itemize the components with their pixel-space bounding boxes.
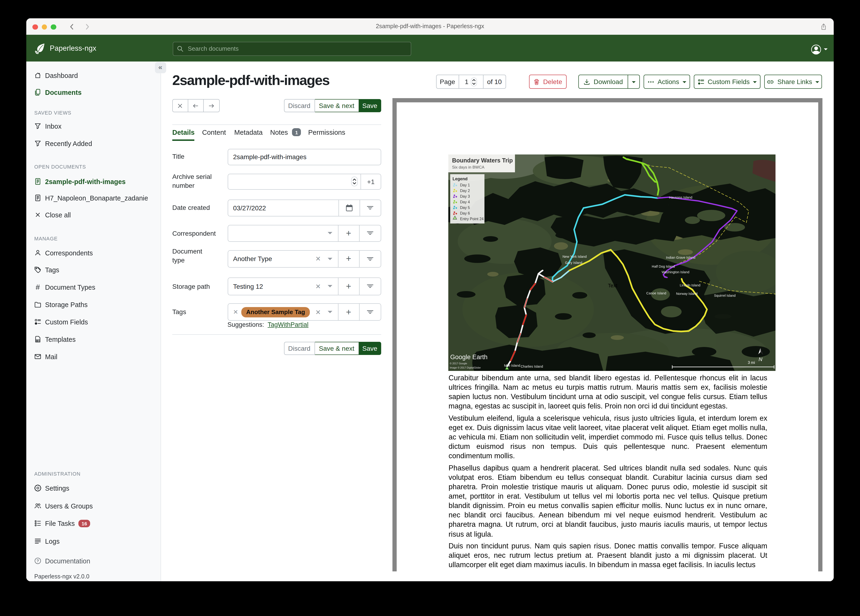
svg-text:Canoe Island: Canoe Island — [646, 291, 666, 295]
svg-text:Day 3: Day 3 — [460, 194, 470, 198]
svg-text:Day 2: Day 2 — [460, 189, 470, 193]
svg-text:Squirrel Island: Squirrel Island — [714, 294, 735, 297]
svg-text:Charlies Island: Charlies Island — [520, 365, 543, 368]
svg-text:Day 6: Day 6 — [460, 211, 470, 215]
svg-text:Boundary Waters Trip: Boundary Waters Trip — [452, 157, 513, 163]
svg-text:3 mi: 3 mi — [748, 360, 755, 365]
svg-text:© 2017 Google: © 2017 Google — [449, 362, 467, 365]
svg-text:Day 1: Day 1 — [460, 183, 470, 187]
svg-text:N: N — [758, 356, 762, 362]
svg-text:Washington Island: Washington Island — [661, 270, 689, 274]
svg-text:Mile Island: Mile Island — [504, 363, 520, 367]
svg-text:Gary Island: Gary Island — [565, 261, 582, 264]
svg-text:Day 4: Day 4 — [460, 200, 470, 204]
svg-text:Six days in BWCA: Six days in BWCA — [452, 165, 485, 169]
svg-text:Indian Grave Island: Indian Grave Island — [666, 255, 695, 259]
svg-text:New York Island: New York Island — [562, 255, 586, 258]
svg-text:Image © 2017 DigitalGlobe: Image © 2017 DigitalGlobe — [449, 366, 480, 369]
svg-text:Half Dog Island: Half Dog Island — [651, 264, 675, 268]
svg-text:Lincoln Island: Lincoln Island — [680, 283, 700, 287]
svg-text:Day 5: Day 5 — [460, 206, 470, 209]
svg-text:?: ? — [37, 558, 39, 563]
svg-text:Text: Text — [608, 283, 617, 288]
svg-text:Google Earth: Google Earth — [450, 353, 487, 360]
svg-text:Norway Island: Norway Island — [676, 292, 697, 295]
svg-text:Legend: Legend — [452, 176, 467, 181]
svg-text:Hausons Island: Hausons Island — [669, 195, 692, 199]
svg-text:Entry Point 24: Entry Point 24 — [460, 217, 483, 221]
